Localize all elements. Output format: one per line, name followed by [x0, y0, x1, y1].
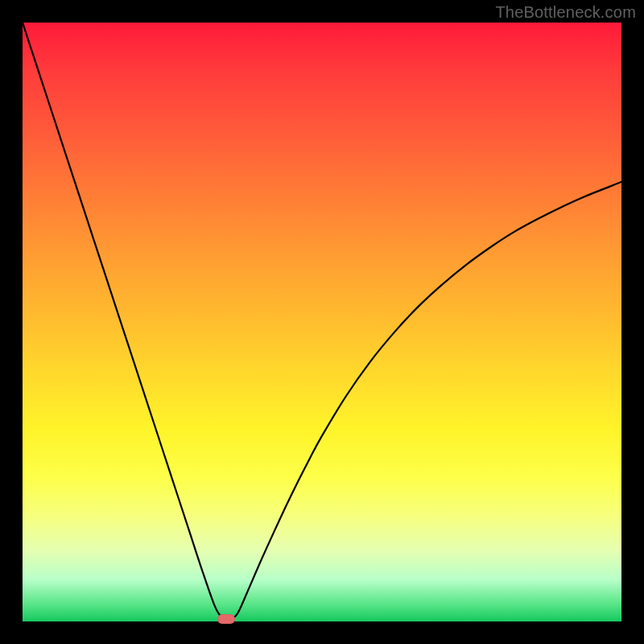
watermark-text: TheBottleneck.com	[495, 3, 636, 22]
minimum-marker	[217, 614, 235, 624]
chart-plot-area	[23, 23, 621, 621]
chart-background-gradient	[23, 23, 621, 621]
